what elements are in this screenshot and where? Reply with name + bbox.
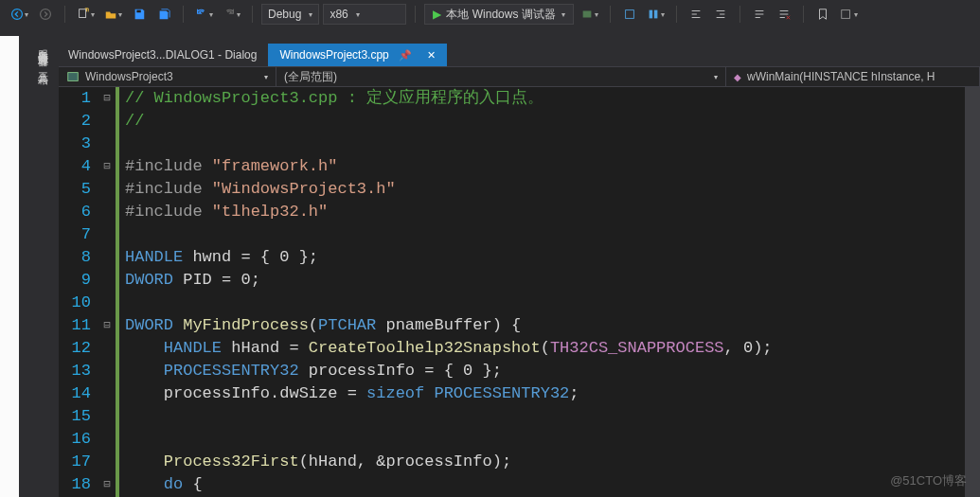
comment-button[interactable]	[749, 4, 770, 25]
left-gutter	[0, 36, 19, 497]
line-number-gutter: 123456789101112131415161718	[59, 87, 98, 497]
indent-right-button[interactable]	[710, 4, 731, 25]
project-scope-dropdown[interactable]: WindowsProject3 ▾	[59, 67, 276, 86]
toolbar-separator	[64, 6, 65, 23]
svg-rect-2	[80, 9, 86, 18]
tab-source-file[interactable]: WindowsProject3.cpp 📌 ✕	[268, 44, 446, 66]
chevron-down-icon: ▾	[25, 10, 28, 19]
chevron-down-icon: ▾	[255, 73, 268, 81]
chevron-down-icon: ▾	[595, 10, 598, 19]
svg-rect-3	[136, 10, 140, 13]
pin-icon[interactable]: 📌	[399, 49, 412, 62]
solution-platform-label: x86	[330, 8, 347, 21]
main-toolbar: ▾ ▾ ▾ ▾ ▾ Debug ▾ x86 ▾ ▶ 本地 Windows 调试器…	[0, 0, 980, 28]
toolbox-btn-1[interactable]	[619, 4, 640, 25]
member-scope-dropdown[interactable]: ◆ wWinMain(HINSTANCE hInstance, H	[726, 67, 980, 86]
open-button[interactable]: ▾	[101, 4, 125, 25]
new-item-button[interactable]: ▾	[74, 4, 98, 25]
chevron-down-icon: ▾	[704, 73, 718, 81]
member-scope-label: wWinMain(HINSTANCE hInstance, H	[747, 70, 935, 83]
toolbar-separator	[803, 6, 804, 23]
chevron-down-icon: ▾	[209, 10, 213, 19]
svg-rect-9	[68, 73, 79, 81]
svg-point-0	[12, 9, 23, 20]
chevron-down-icon: ▾	[118, 10, 122, 19]
start-debug-label: 本地 Windows 调试器	[446, 7, 555, 23]
project-scope-label: WindowsProject3	[85, 70, 173, 83]
tab-dialog[interactable]: WindowsProject3...DIALOG1 - Dialog	[57, 44, 268, 66]
tab-label: WindowsProject3.cpp	[279, 48, 388, 62]
type-scope-label: (全局范围)	[284, 69, 337, 85]
play-icon: ▶	[433, 8, 441, 21]
toolbar-separator	[252, 6, 253, 23]
toolbar-separator	[415, 6, 416, 23]
chevron-down-icon: ▾	[561, 10, 565, 19]
server-explorer-tab[interactable]: 服务器资源管理器	[36, 42, 50, 49]
chevron-down-icon: ▾	[237, 10, 241, 19]
chevron-down-icon: ▾	[356, 10, 360, 19]
side-toolwindow-tabs[interactable]: 服务器资源管理器 工具箱	[36, 42, 51, 82]
svg-rect-8	[841, 10, 849, 19]
svg-rect-5	[625, 10, 633, 19]
code-navigation-bar: WindowsProject3 ▾ (全局范围) ▾ ◆ wWinMain(HI…	[59, 66, 980, 87]
save-all-button[interactable]	[153, 4, 174, 25]
toolbar-separator	[739, 6, 740, 23]
nav-forward-button[interactable]	[35, 4, 56, 25]
chevron-down-icon: ▾	[91, 10, 95, 19]
vertical-scrollbar[interactable]	[965, 87, 980, 497]
toolbar-separator	[610, 6, 611, 23]
bookmark-button[interactable]	[812, 4, 833, 25]
solution-config-label: Debug	[268, 8, 301, 21]
debug-target-button[interactable]: ▾	[578, 4, 601, 25]
code-editor[interactable]: 123456789101112131415161718 ⊟⊟⊟⊟ // Wind…	[59, 87, 980, 497]
indent-left-button[interactable]	[686, 4, 706, 25]
toolbar-separator	[676, 6, 677, 23]
start-debug-button[interactable]: ▶ 本地 Windows 调试器 ▾	[424, 4, 573, 25]
svg-rect-6	[649, 10, 652, 19]
nav-back-button[interactable]: ▾	[8, 4, 31, 25]
code-text-area[interactable]: // WindowsProject3.cpp : 定义应用程序的入口点。//#i…	[119, 87, 980, 497]
redo-button[interactable]: ▾	[220, 4, 243, 25]
undo-button[interactable]: ▾	[192, 4, 216, 25]
toolbox-btn-2[interactable]: ▾	[644, 4, 668, 25]
tab-label: WindowsProject3...DIALOG1 - Dialog	[68, 48, 257, 62]
toolbox-tab[interactable]: 工具箱	[36, 64, 50, 67]
solution-config-dropdown[interactable]: Debug ▾	[261, 4, 319, 25]
method-icon: ◆	[734, 72, 741, 82]
svg-rect-7	[654, 10, 658, 19]
watermark-text: @51CTO博客	[890, 472, 967, 489]
document-tabstrip: WindowsProject3...DIALOG1 - Dialog Windo…	[0, 42, 980, 66]
chevron-down-icon: ▾	[309, 10, 312, 19]
solution-platform-dropdown[interactable]: x86 ▾	[323, 4, 406, 25]
toolbar-separator	[183, 6, 184, 23]
uncomment-button[interactable]	[774, 4, 794, 25]
code-fold-column[interactable]: ⊟⊟⊟⊟	[98, 87, 116, 497]
close-icon[interactable]: ✕	[427, 49, 436, 62]
overflow-button[interactable]: ▾	[837, 4, 861, 25]
save-button[interactable]	[129, 4, 150, 25]
chevron-down-icon: ▾	[854, 10, 858, 19]
svg-rect-4	[582, 11, 591, 18]
type-scope-dropdown[interactable]: (全局范围) ▾	[276, 67, 726, 86]
svg-point-1	[41, 9, 51, 20]
